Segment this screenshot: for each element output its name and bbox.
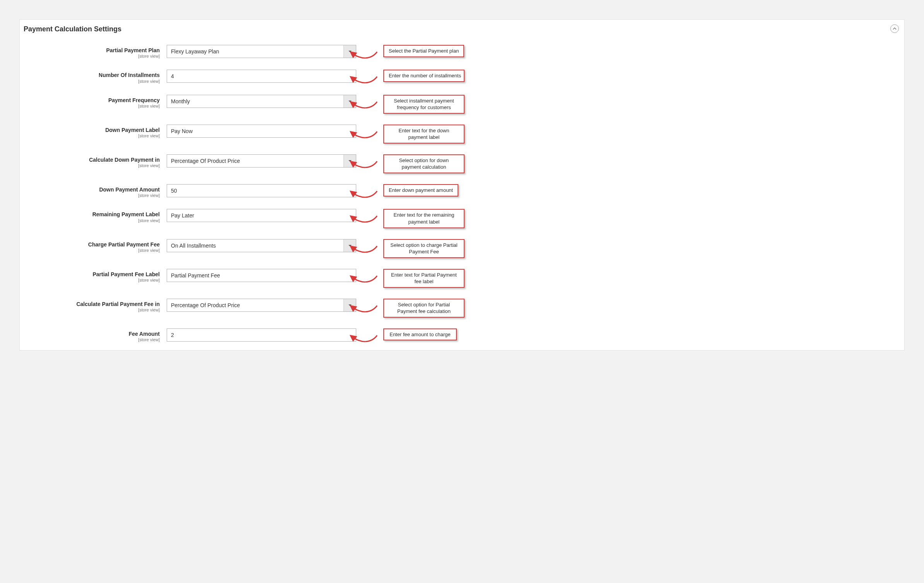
callout-arrow-icon	[349, 129, 380, 142]
callout-arrow-icon	[349, 274, 380, 286]
field-value: Pay Now	[171, 128, 193, 134]
field-scope: [store view]	[27, 218, 160, 223]
field-value: Pay Later	[171, 212, 194, 219]
callout-arrow-icon	[349, 74, 380, 87]
section-title: Payment Calculation Settings	[20, 20, 904, 33]
field-scope: [store view]	[27, 133, 160, 138]
settings-panel: Payment Calculation Settings Partial Pay…	[19, 19, 905, 350]
callout-col: Enter text for the down payment label	[383, 125, 465, 144]
field-control-col: Percentage Of Product Price	[167, 154, 356, 168]
select-input[interactable]: Percentage Of Product Price	[167, 154, 356, 168]
select-input[interactable]: On All Installments	[167, 239, 356, 252]
field-scope: [store view]	[27, 337, 160, 342]
chevron-up-icon	[893, 27, 897, 31]
text-input[interactable]: Pay Now	[167, 125, 356, 138]
arrow-col	[356, 269, 383, 282]
field-label: Number Of Installments	[27, 72, 160, 79]
arrow-col	[356, 45, 383, 58]
field-row: Remaining Payment Label[store view]Pay L…	[27, 209, 897, 228]
field-label: Remaining Payment Label	[27, 211, 160, 218]
field-label-col: Payment Frequency[store view]	[27, 95, 167, 109]
field-value: Partial Payment Fee	[171, 272, 220, 279]
field-control-col: Percentage Of Product Price	[167, 299, 356, 312]
field-label: Charge Partial Payment Fee	[27, 241, 160, 248]
field-row: Calculate Down Payment in[store view]Per…	[27, 154, 897, 173]
callout-arrow-icon	[349, 303, 380, 316]
field-control-col: Monthly	[167, 95, 356, 108]
field-label-col: Number Of Installments[store view]	[27, 70, 167, 84]
field-label-col: Down Payment Amount[store view]	[27, 184, 167, 198]
callout-box: Enter down payment amount	[383, 184, 458, 197]
arrow-col	[356, 154, 383, 168]
select-input[interactable]: Monthly	[167, 95, 356, 108]
field-label-col: Partial Payment Plan[store view]	[27, 45, 167, 59]
callout-box: Select option to charge Partial Payment …	[383, 239, 465, 258]
field-value: 2	[171, 332, 174, 338]
text-input[interactable]: 50	[167, 184, 356, 197]
field-scope: [store view]	[27, 193, 160, 198]
field-value: 50	[171, 188, 177, 194]
text-input[interactable]: 2	[167, 328, 356, 342]
field-control-col: 4	[167, 70, 356, 83]
callout-box: Enter text for the remaining payment lab…	[383, 209, 465, 228]
field-label: Payment Frequency	[27, 97, 160, 104]
field-row: Number Of Installments[store view]4 Ente…	[27, 70, 897, 84]
field-scope: [store view]	[27, 163, 160, 168]
field-scope: [store view]	[27, 278, 160, 283]
callout-box: Enter the number of installments	[383, 70, 465, 82]
callout-col: Select option for Partial Payment fee ca…	[383, 299, 465, 318]
field-scope: [store view]	[27, 308, 160, 313]
callout-box: Enter text for Partial Payment fee label	[383, 269, 465, 288]
arrow-col	[356, 328, 383, 342]
text-input[interactable]: Pay Later	[167, 209, 356, 222]
field-control-col: Pay Later	[167, 209, 356, 222]
text-input[interactable]: 4	[167, 70, 356, 83]
arrow-col	[356, 125, 383, 138]
field-row: Partial Payment Plan[store view]Flexy La…	[27, 45, 897, 59]
callout-arrow-icon	[349, 244, 380, 256]
field-control-col: On All Installments	[167, 239, 356, 252]
field-scope: [store view]	[27, 248, 160, 253]
field-row: Partial Payment Fee Label[store view]Par…	[27, 269, 897, 288]
field-value: Percentage Of Product Price	[171, 302, 240, 308]
field-row: Fee Amount[store view]2 Enter fee amount…	[27, 328, 897, 342]
arrow-col	[356, 299, 383, 312]
field-label-col: Charge Partial Payment Fee[store view]	[27, 239, 167, 253]
select-input[interactable]: Percentage Of Product Price	[167, 299, 356, 312]
field-label-col: Calculate Down Payment in[store view]	[27, 154, 167, 168]
callout-arrow-icon	[349, 159, 380, 171]
field-label-col: Remaining Payment Label[store view]	[27, 209, 167, 223]
callout-box: Enter fee amount to charge	[383, 328, 457, 341]
callout-col: Enter the number of installments	[383, 70, 465, 82]
callout-arrow-icon	[349, 214, 380, 226]
callout-col: Select the Partial Payment plan	[383, 45, 464, 57]
field-label: Calculate Down Payment in	[27, 156, 160, 163]
field-label-col: Calculate Partial Payment Fee in[store v…	[27, 299, 167, 313]
callout-box: Select installment payment frequency for…	[383, 95, 465, 114]
callout-col: Enter fee amount to charge	[383, 328, 457, 341]
callout-col: Select installment payment frequency for…	[383, 95, 465, 114]
field-control-col: 50	[167, 184, 356, 197]
field-label: Partial Payment Fee Label	[27, 271, 160, 278]
field-label: Calculate Partial Payment Fee in	[27, 301, 160, 308]
field-row: Payment Frequency[store view]Monthly Sel…	[27, 95, 897, 114]
callout-arrow-icon	[349, 50, 380, 62]
field-label-col: Fee Amount[store view]	[27, 328, 167, 342]
text-input[interactable]: Partial Payment Fee	[167, 269, 356, 282]
field-control-col: 2	[167, 328, 356, 342]
callout-box: Select option for down payment calculati…	[383, 154, 465, 173]
callout-arrow-icon	[349, 333, 380, 345]
arrow-col	[356, 70, 383, 83]
callout-box: Enter text for the down payment label	[383, 125, 465, 144]
field-label: Down Payment Amount	[27, 186, 160, 193]
field-scope: [store view]	[27, 104, 160, 109]
callout-col: Select option for down payment calculati…	[383, 154, 465, 173]
field-value: 4	[171, 73, 174, 79]
select-input[interactable]: Flexy Layaway Plan	[167, 45, 356, 58]
field-row: Calculate Partial Payment Fee in[store v…	[27, 299, 897, 318]
callout-arrow-icon	[349, 99, 380, 112]
collapse-toggle[interactable]	[890, 24, 899, 33]
callout-box: Select option for Partial Payment fee ca…	[383, 299, 465, 318]
field-label: Down Payment Label	[27, 127, 160, 133]
field-value: Monthly	[171, 98, 190, 104]
